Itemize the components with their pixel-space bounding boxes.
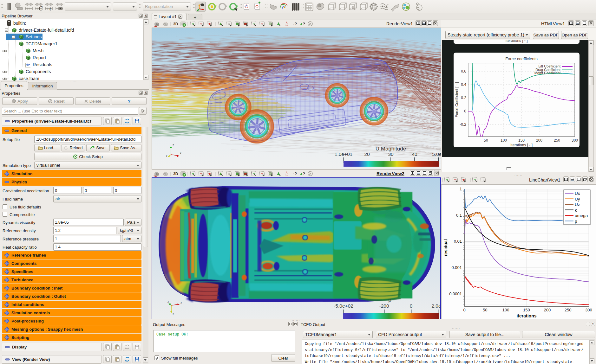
- svg-text:Ux: Ux: [575, 191, 580, 196]
- svg-text:0: 0: [464, 109, 466, 113]
- svg-text:U Magnitude: U Magnitude: [376, 146, 406, 152]
- svg-text:300: 300: [572, 138, 578, 143]
- svg-text:Momt Coefficient: Momt Coefficient: [534, 71, 560, 75]
- svg-text:50: 50: [483, 308, 487, 312]
- svg-text:p: p: [388, 297, 391, 303]
- svg-text:3D: 3D: [173, 172, 178, 176]
- svg-text:z: z: [167, 300, 169, 303]
- svg-text:0.001: 0.001: [451, 265, 462, 270]
- svg-text:150: 150: [518, 138, 525, 143]
- svg-text:y: y: [173, 312, 174, 315]
- svg-text:3D: 3D: [173, 22, 178, 26]
- svg-text:iterations: iterations: [516, 313, 536, 318]
- svg-text:-200: -200: [379, 303, 389, 309]
- svg-text:residual: residual: [443, 239, 448, 256]
- svg-text:250: 250: [565, 308, 572, 312]
- svg-text:50: 50: [484, 138, 488, 143]
- svg-text:0.1: 0.1: [456, 213, 462, 218]
- svg-text:-0.2: -0.2: [460, 122, 466, 127]
- svg-text:0.01: 0.01: [454, 239, 462, 244]
- svg-text:-5.0e+02: -5.0e+02: [334, 303, 353, 309]
- svg-text:z: z: [173, 144, 174, 147]
- svg-text:C: C: [39, 5, 43, 12]
- svg-text:250: 250: [554, 138, 560, 143]
- svg-text:0.0001: 0.0001: [449, 291, 462, 296]
- svg-text:1.0e+01: 1.0e+01: [335, 151, 352, 157]
- svg-text:x: x: [180, 151, 181, 155]
- svg-text:·?: ·?: [293, 171, 297, 176]
- svg-text:Uy: Uy: [575, 197, 580, 201]
- svg-text:5.0e-: 5.0e-: [432, 151, 441, 157]
- svg-text:0.4: 0.4: [461, 82, 466, 87]
- svg-text:omega: omega: [575, 213, 588, 218]
- svg-text:0: 0: [410, 303, 413, 309]
- svg-text:100: 100: [502, 308, 509, 312]
- svg-text:k: k: [575, 208, 577, 213]
- svg-text:·?: ·?: [293, 22, 297, 26]
- svg-text:0.2: 0.2: [461, 96, 466, 100]
- svg-text:?: ?: [303, 171, 305, 176]
- svg-text:20: 20: [364, 151, 370, 157]
- svg-text:30: 30: [388, 151, 394, 157]
- svg-text:y: y: [166, 154, 167, 157]
- svg-text:200: 200: [536, 138, 542, 143]
- svg-text:150: 150: [523, 308, 530, 312]
- svg-text:40: 40: [412, 151, 417, 157]
- svg-text:2.0e+: 2.0e+: [431, 303, 441, 309]
- svg-text:p: p: [575, 219, 577, 224]
- svg-text:200: 200: [544, 308, 551, 312]
- svg-text:0: 0: [463, 308, 465, 312]
- svg-text:Uz: Uz: [575, 202, 580, 207]
- svg-text:100: 100: [501, 138, 507, 143]
- svg-text:Force coefficients: Force coefficients: [505, 56, 538, 61]
- svg-text:300: 300: [585, 308, 592, 312]
- svg-text:?: ?: [303, 22, 305, 26]
- svg-text:x: x: [180, 301, 182, 304]
- svg-text:Force Coefficient [ - ]: Force Coefficient [ - ]: [455, 82, 459, 117]
- svg-text:0.6: 0.6: [461, 69, 466, 73]
- svg-text:Iterations [ - ]: Iterations [ - ]: [510, 143, 533, 147]
- svg-text:1: 1: [460, 187, 462, 191]
